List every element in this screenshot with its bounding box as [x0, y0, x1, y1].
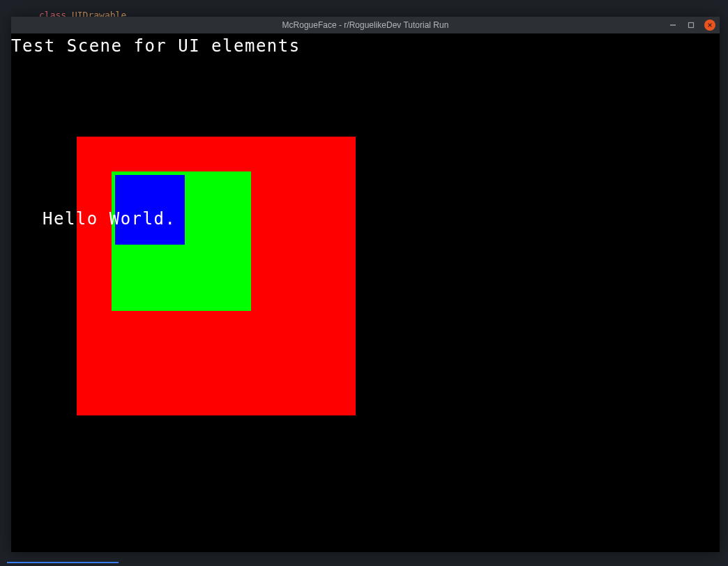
close-button[interactable] — [704, 20, 715, 31]
scene-title-text: Test Scene for UI elements — [11, 36, 301, 56]
maximize-button[interactable] — [686, 20, 696, 30]
hello-world-text: Hello World. — [43, 209, 176, 229]
svg-rect-1 — [689, 23, 694, 28]
game-canvas[interactable]: Test Scene for UI elements Hello World. — [11, 33, 720, 552]
editor-tab-indicator — [7, 562, 119, 563]
titlebar[interactable]: McRogueFace - r/RoguelikeDev Tutorial Ru… — [11, 17, 720, 33]
titlebar-controls — [668, 17, 715, 33]
app-window: McRogueFace - r/RoguelikeDev Tutorial Ru… — [11, 17, 720, 552]
window-title: McRogueFace - r/RoguelikeDev Tutorial Ru… — [11, 20, 720, 30]
minimize-button[interactable] — [668, 20, 678, 30]
